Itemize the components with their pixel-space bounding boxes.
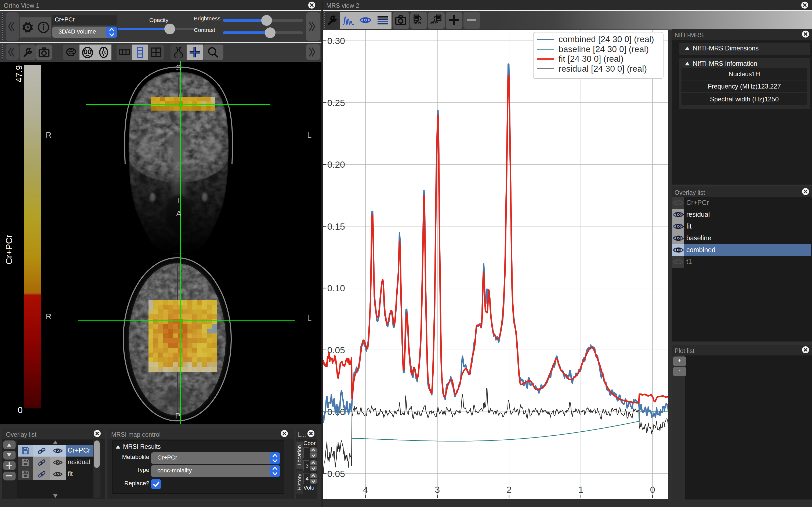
svg-text:S: S (176, 63, 181, 72)
svg-text:47.9: 47.9 (14, 65, 24, 82)
svg-text:I: I (178, 196, 180, 205)
svg-text:L: L (307, 130, 312, 139)
svg-text:L: L (307, 313, 312, 322)
svg-text:−0.05: −0.05 (323, 469, 345, 479)
svg-text:0.10: 0.10 (327, 283, 345, 293)
svg-text:A: A (176, 209, 182, 218)
svg-text:2: 2 (506, 485, 512, 495)
svg-text:0: 0 (18, 405, 22, 415)
svg-text:Cr+PCr: Cr+PCr (4, 235, 14, 265)
svg-text:fit [24 30 0] (real): fit [24 30 0] (real) (559, 54, 623, 64)
svg-text:4: 4 (363, 485, 368, 495)
svg-text:0.15: 0.15 (327, 221, 345, 231)
svg-text:residual [24 30 0] (real): residual [24 30 0] (real) (559, 64, 647, 73)
svg-text:0.25: 0.25 (327, 98, 345, 108)
svg-text:1: 1 (578, 485, 583, 495)
svg-text:baseline [24 30 0] (real): baseline [24 30 0] (real) (559, 44, 649, 54)
svg-text:R: R (46, 130, 52, 139)
svg-text:0.20: 0.20 (327, 159, 345, 170)
svg-text:0: 0 (650, 485, 655, 495)
svg-text:combined [24 30 0] (real): combined [24 30 0] (real) (559, 34, 654, 44)
svg-text:P: P (175, 411, 181, 420)
svg-text:R: R (46, 312, 52, 321)
svg-text:0.30: 0.30 (327, 36, 345, 46)
svg-text:3: 3 (435, 485, 440, 495)
